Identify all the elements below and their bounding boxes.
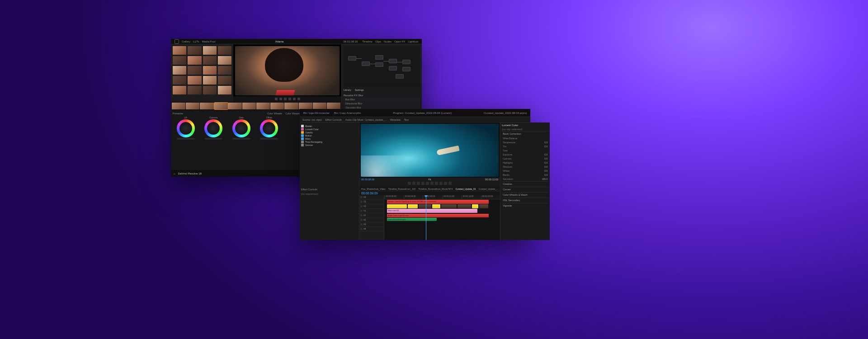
ws-tab[interactable]: Audio Clip Mixer: Curated_Update_... (345, 118, 387, 121)
gallery-icon[interactable] (175, 39, 179, 44)
timeline-clip[interactable] (387, 204, 407, 208)
go-out-icon[interactable] (435, 182, 438, 185)
node[interactable] (348, 56, 356, 61)
lumetri-section[interactable]: Vignette (502, 203, 548, 208)
timeline-clip[interactable] (441, 204, 457, 208)
layer-row[interactable]: Warp (301, 137, 358, 140)
clip-thumb[interactable] (313, 103, 326, 109)
fx-settings-tab[interactable]: Settings (355, 89, 364, 91)
seq-tab[interactable]: Hue_Shadeshots_Video (361, 188, 386, 190)
lumetri-section[interactable]: Color Wheels & Match (502, 192, 548, 197)
colorwarper-label[interactable]: Color Warper (285, 112, 300, 169)
clip-thumb[interactable] (200, 103, 213, 109)
track-toggle-icon[interactable] (360, 210, 363, 212)
nodes-tab[interactable]: Nodes (384, 40, 392, 43)
time-ruler[interactable]: 00:00:00:0000:00:04:0000:00:08:0000:00:1… (384, 195, 500, 199)
fx-item[interactable]: Directional Blur (344, 102, 420, 105)
track-header[interactable]: A4 (359, 227, 384, 231)
layer-row[interactable]: Time Remapping (301, 141, 358, 143)
still-thumb[interactable] (188, 46, 201, 55)
still-thumb[interactable] (218, 86, 231, 94)
ws-tab[interactable]: Source: (no clips) (302, 118, 322, 121)
home-icon[interactable]: ⌂ (174, 172, 175, 175)
lightbox-tab[interactable]: Lightbox (408, 40, 418, 43)
node[interactable] (375, 55, 383, 60)
seq-tab[interactable]: Timeline_Rosesalmon_100 (388, 188, 415, 190)
node[interactable] (396, 74, 404, 79)
loop-icon[interactable] (297, 98, 300, 100)
still-thumb[interactable] (203, 86, 217, 94)
clip-thumb[interactable] (299, 103, 312, 109)
bin-tab[interactable]: Bin: Copy Anamorphic (334, 112, 361, 114)
layer-row[interactable]: Master (301, 125, 358, 127)
go-in-icon[interactable] (417, 182, 420, 185)
lumetri-param[interactable]: Blacks0.0 (502, 173, 548, 177)
timeline-clip[interactable]: Hues.mov (V) (387, 209, 477, 213)
colorwheels-label[interactable]: Color Wheels (267, 112, 282, 115)
node[interactable] (389, 59, 397, 63)
next-clip-icon[interactable] (293, 98, 296, 100)
lumetri-param[interactable]: Contrast0.0 (502, 157, 548, 160)
lumetri-param[interactable]: Exposure0.0 (502, 153, 548, 156)
lumetri-param[interactable]: Tone (502, 149, 548, 152)
program-tc-in[interactable]: 00:00:08:09 (361, 178, 374, 181)
layer-row[interactable]: Volume (301, 144, 358, 146)
lumetri-param[interactable]: Saturation100.0 (502, 177, 548, 181)
still-thumb[interactable] (188, 56, 201, 65)
mark-out-icon[interactable] (412, 182, 415, 185)
still-thumb[interactable] (203, 56, 217, 65)
node[interactable] (375, 62, 383, 67)
lumetri-param[interactable]: Shadows0.0 (502, 165, 548, 169)
step-back-icon[interactable] (421, 182, 425, 185)
program-panel-tab[interactable]: Program: Curated_Update_2022-08-04 (Lume… (393, 112, 452, 114)
bin-tab[interactable]: Bin: logo-06-norender (303, 112, 330, 114)
node[interactable] (389, 66, 397, 71)
seq-tab[interactable]: Curated_Update_01 (455, 188, 476, 190)
export-frame-icon[interactable] (448, 182, 452, 185)
lumetri-param[interactable]: Temperature0.0 (502, 141, 548, 144)
ws-tab[interactable]: Metadata (390, 118, 401, 121)
primaries-label[interactable]: Primaries (173, 112, 183, 115)
timeline-clip[interactable] (472, 204, 478, 208)
stop-icon[interactable] (284, 98, 287, 100)
track-toggle-icon[interactable] (360, 196, 363, 198)
lumetri-param[interactable]: Whites0.0 (502, 169, 548, 173)
layer-row[interactable]: Opacity (301, 131, 358, 134)
lumetri-section[interactable]: Creative (502, 181, 548, 186)
stills-gallery[interactable] (171, 44, 233, 102)
timeline-tracks[interactable]: 00:00:00:0000:00:04:0000:00:08:0000:00:1… (384, 195, 500, 240)
node[interactable] (402, 60, 410, 64)
still-thumb[interactable] (173, 66, 186, 75)
seq-tab[interactable]: Timeline_Rosesalmon_Music/SFX (418, 188, 453, 190)
clip-thumb[interactable] (172, 103, 185, 109)
overwrite-icon[interactable] (444, 182, 447, 185)
timeline-clip[interactable] (419, 204, 431, 208)
gain-wheel[interactable]: Gain (230, 116, 253, 140)
gallery-tab[interactable]: Gallery (182, 40, 190, 43)
still-thumb[interactable] (188, 76, 201, 85)
track-header[interactable]: A3 (359, 222, 384, 227)
track-toggle-icon[interactable] (360, 228, 363, 230)
step-fwd-icon[interactable] (430, 182, 434, 185)
timeline-clip[interactable] (458, 204, 471, 208)
still-thumb[interactable] (173, 56, 186, 65)
clip-thumb[interactable] (242, 103, 256, 109)
clip-thumb[interactable] (214, 103, 228, 109)
program-monitor[interactable]: 00:00:08:09 Fit 00:00:12:03 (359, 122, 500, 187)
mediapool-tab[interactable]: Media Pool (202, 40, 216, 43)
play-icon[interactable] (288, 98, 291, 100)
prev-clip-icon[interactable] (275, 98, 278, 100)
ws-tab[interactable]: Effect Controls (326, 118, 342, 121)
track-toggle-icon[interactable] (360, 219, 363, 221)
fit-dropdown[interactable]: Fit (429, 178, 431, 181)
node-graph[interactable] (344, 46, 420, 87)
timeline-audio-clip[interactable]: track-stereo-final.mp3 (387, 218, 437, 221)
play-reverse-icon[interactable] (279, 98, 282, 100)
color-viewer[interactable] (233, 44, 341, 102)
timeline-clip[interactable]: Sample Lumetri Clip-04-up (Lumetri 3.0 3… (387, 200, 489, 204)
ws-tab[interactable]: Text (404, 118, 409, 121)
still-thumb[interactable] (218, 66, 231, 75)
lumetri-param[interactable]: Tint0.0 (502, 145, 548, 148)
seq-tab[interactable]: Curated_Update_... (479, 188, 499, 190)
fx-library-tab[interactable]: Library (344, 89, 351, 91)
